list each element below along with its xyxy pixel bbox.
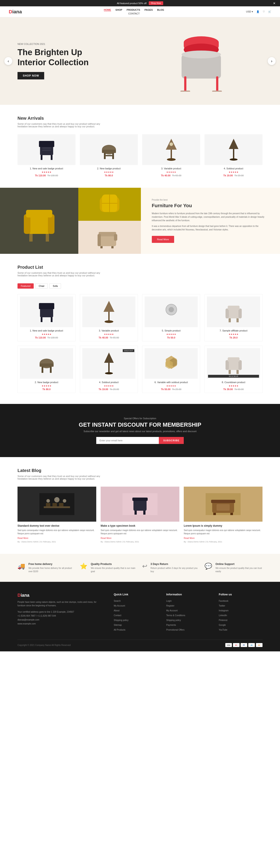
filter-chair[interactable]: Chair <box>35 283 48 289</box>
svg-rect-68 <box>228 361 240 370</box>
product-image[interactable] <box>18 134 75 165</box>
product-image[interactable] <box>80 134 138 165</box>
sold-out-badge: SOLD OUT <box>123 349 134 352</box>
logo[interactable]: Diana <box>9 9 22 15</box>
svg-point-51 <box>169 307 174 312</box>
footer-link[interactable]: Login <box>166 600 172 602</box>
facebook-link[interactable]: Facebook <box>219 600 228 602</box>
product-image[interactable] <box>205 134 262 165</box>
footer-link[interactable]: Shipping policy <box>114 619 128 621</box>
wishlist-icon[interactable]: ♡ <box>263 10 265 13</box>
footer-link[interactable]: My Account <box>114 604 125 607</box>
footer-link[interactable]: Contact <box>114 614 121 617</box>
linkedin-link[interactable]: LinkedIn <box>219 614 227 617</box>
blog-img3-svg <box>206 493 241 515</box>
blog-date: 01 February, 2021 <box>206 541 222 543</box>
google-link[interactable]: Google <box>219 624 226 626</box>
blog-img2-svg <box>123 493 157 515</box>
footer-link[interactable]: Register <box>166 604 174 607</box>
svg-rect-11 <box>41 155 42 160</box>
product-image[interactable] <box>82 348 135 379</box>
footer-link[interactable]: Shipping policy <box>166 619 181 621</box>
blog-meta: By : Diana Demo Admin | 01 February, 202… <box>18 541 96 543</box>
pinterest-link[interactable]: Pinterest <box>219 619 227 621</box>
twitter-link[interactable]: Twitter <box>219 604 225 607</box>
header: Diana HOME SHOP PRODUCTS PAGES BLOG CONT… <box>0 6 280 17</box>
svg-rect-56 <box>228 318 231 322</box>
blog-image[interactable] <box>101 487 179 522</box>
user-icon[interactable]: 👤 <box>256 10 259 13</box>
filter-featured[interactable]: Featured <box>18 283 34 289</box>
footer-logo-text: iana <box>21 593 29 597</box>
furniture-images <box>0 188 141 254</box>
product-image[interactable] <box>145 348 198 379</box>
footer-link[interactable]: My Account <box>166 609 178 612</box>
blog-grid: Standard dummy text ever devise Sed quis… <box>18 487 262 543</box>
footer-link[interactable]: Promotional Offers <box>166 629 184 631</box>
footer-link[interactable]: About <box>114 609 119 612</box>
email-input[interactable] <box>96 437 159 444</box>
hero-shop-now-button[interactable]: SHOP NOW <box>18 72 44 80</box>
product-image[interactable] <box>20 297 73 327</box>
svg-rect-70 <box>239 360 242 370</box>
product-name: 8. Countdown product <box>207 381 260 383</box>
product-stars: ★★★★★ <box>20 385 73 387</box>
svg-point-49 <box>104 320 113 323</box>
read-more-button[interactable]: Read More <box>152 236 174 243</box>
blog-read-more-link[interactable]: Read More <box>184 537 262 539</box>
blog-post-title: Standard dummy text ever devise <box>18 524 96 527</box>
footer-link[interactable]: Sitemap <box>114 624 122 626</box>
hero-prev-button[interactable]: ‹ <box>4 57 12 65</box>
instagram-link[interactable]: Instagram <box>219 609 228 612</box>
product-image[interactable] <box>207 297 260 327</box>
price-new: Tk 40.00 <box>99 336 108 339</box>
svg-rect-73 <box>237 370 239 374</box>
svg-rect-32 <box>46 234 49 242</box>
logo-d: D <box>9 9 12 15</box>
svg-point-26 <box>230 158 238 161</box>
nav-blog[interactable]: BLOG <box>157 8 164 11</box>
nav-shop[interactable]: SHOP <box>116 8 122 11</box>
product-image[interactable] <box>207 348 260 379</box>
product-image[interactable] <box>142 134 200 165</box>
support-icon: 💬 <box>205 562 212 570</box>
furniture-desc1: Modern furniture refers to furniture pro… <box>152 212 269 222</box>
banner-shop-button[interactable]: Shop Now <box>149 1 163 5</box>
top-banner: All featured product 50% off Shop Now ✕ <box>0 0 280 6</box>
product-stars: ★★★★★ <box>205 171 262 173</box>
blog-read-more-link[interactable]: Read More <box>18 537 96 539</box>
currency-selector[interactable]: USD ▾ <box>246 10 253 13</box>
footer-link[interactable]: Search <box>114 600 121 602</box>
svg-point-64 <box>105 372 113 374</box>
product-name: 4. Soldout product <box>82 381 135 383</box>
blog-read-more-link[interactable]: Read More <box>101 537 179 539</box>
product-image[interactable] <box>20 348 73 379</box>
footer-link[interactable]: All Products <box>114 629 125 631</box>
product-image[interactable] <box>145 297 198 327</box>
footer-link[interactable]: Payments <box>166 624 176 626</box>
list-item: SOLD OUT 4. Soldout product ★★★★★ Tk 19.… <box>80 346 138 393</box>
youtube-link[interactable]: YouTube <box>219 629 227 631</box>
nav-home[interactable]: HOME <box>104 8 111 11</box>
filter-tabs: Featured Chair Sofa <box>18 283 262 289</box>
footer-link[interactable]: Terms & Conditions <box>166 614 185 617</box>
blog-image[interactable] <box>184 487 262 522</box>
blog-card: Standard dummy text ever devise Sed quis… <box>18 487 96 543</box>
hero-next-button[interactable]: › <box>268 57 276 65</box>
nav-pages[interactable]: PAGES <box>145 8 153 11</box>
footer-follow-us: Follow us Facebook Twitter Instagram Lin… <box>219 593 262 633</box>
svg-rect-39 <box>98 234 101 246</box>
cart-icon[interactable]: 🛒 <box>268 10 271 13</box>
filter-sofa[interactable]: Sofa <box>50 283 61 289</box>
footer-information: Information Login Register My Account Te… <box>166 593 210 633</box>
nav-products[interactable]: PRODUCTS <box>127 8 140 11</box>
nav-contact[interactable]: CONTACT <box>128 12 139 15</box>
blog-image[interactable] <box>18 487 96 522</box>
banner-close-icon[interactable]: ✕ <box>273 2 276 5</box>
product-stars: ★★★★★ <box>18 171 75 173</box>
product-image[interactable] <box>82 297 135 327</box>
subscribe-button[interactable]: SUBSCRIBE <box>159 437 184 444</box>
corner-chair-svg <box>96 226 123 248</box>
svg-rect-38 <box>99 232 116 236</box>
blog-excerpt: Sed quis consequatur magni dolores eos q… <box>184 529 262 535</box>
